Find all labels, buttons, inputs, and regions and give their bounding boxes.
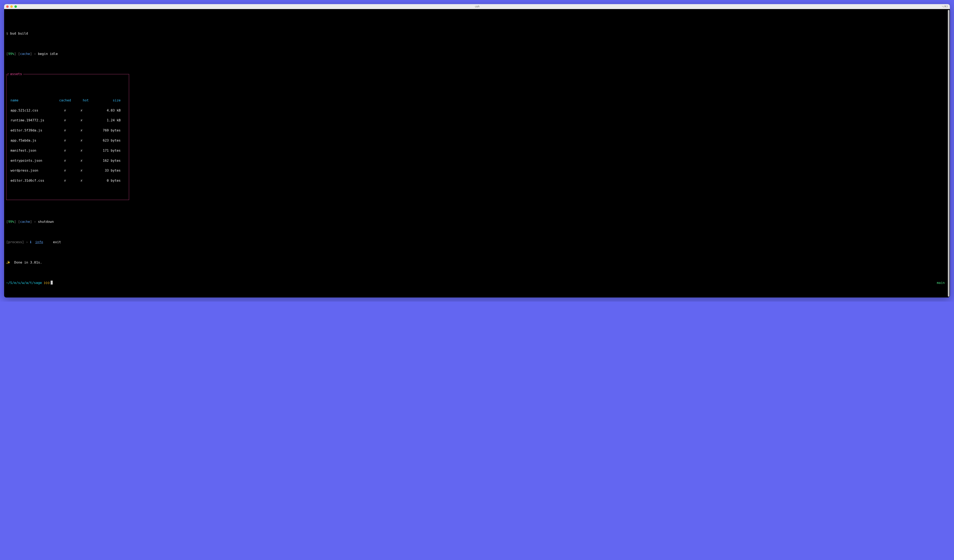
header-size: size xyxy=(89,98,121,103)
window-title: -zsh xyxy=(474,5,480,9)
header-hot: hot xyxy=(74,98,89,103)
cross-icon: ✘ xyxy=(56,118,74,123)
cross-icon: ✘ xyxy=(56,178,74,183)
asset-size: 0 bytes xyxy=(89,178,121,183)
terminal-body[interactable]: $ bud build [99%] [cache] › begin idle ┌… xyxy=(4,9,950,297)
asset-name: editor.31d6cf.css xyxy=(11,178,56,183)
cross-icon: ✘ xyxy=(74,178,89,183)
minimize-button[interactable] xyxy=(10,5,13,8)
status-percent: 99% xyxy=(8,52,14,56)
asset-name: entrypoints.json xyxy=(11,158,56,163)
done-line: ✨ Done in 3.01s. xyxy=(6,260,948,265)
asset-size: 1.24 kB xyxy=(89,118,121,123)
asset-size: 769 bytes xyxy=(89,128,121,133)
prompt-path: ~/S/e/s/w/a/t/sage xyxy=(6,281,42,285)
status-tag: cache xyxy=(20,220,30,224)
asset-name: app.521c12.css xyxy=(11,108,56,113)
status-message: begin idle xyxy=(38,52,58,56)
sparkle-icon: ✨ xyxy=(6,260,10,264)
asset-size: 171 bytes xyxy=(89,148,121,153)
cursor xyxy=(51,281,53,285)
cross-icon: ✘ xyxy=(56,168,74,173)
box-corner-icon: ┌ xyxy=(7,72,9,76)
cross-icon: ✘ xyxy=(56,128,74,133)
asset-size: 33 bytes xyxy=(89,168,121,173)
header-cached: cached xyxy=(56,98,74,103)
maximize-button[interactable] xyxy=(14,5,17,8)
cross-icon: ✘ xyxy=(74,148,89,153)
done-text: Done in 3.01s. xyxy=(14,260,42,264)
info-icon: ℹ xyxy=(30,240,31,244)
cross-icon: ✘ xyxy=(74,168,89,173)
status-message: shutdown xyxy=(38,220,54,224)
header-name: name xyxy=(11,98,56,103)
info-label: info xyxy=(35,240,43,244)
window-shortcut-label: ⌥⌘2 xyxy=(942,5,948,8)
cross-icon: ✘ xyxy=(74,108,89,113)
close-button[interactable] xyxy=(6,5,9,8)
status-tag: cache xyxy=(20,52,30,56)
cross-icon: ✘ xyxy=(56,138,74,143)
asset-name: app.f5abda.js xyxy=(11,138,56,143)
cross-icon: ✘ xyxy=(74,158,89,163)
asset-name: editor.5f39da.js xyxy=(11,128,56,133)
cross-icon: ✘ xyxy=(74,118,89,123)
prompt-chevrons: ❯❯❯ xyxy=(44,281,50,285)
asset-size: 4.03 kB xyxy=(89,108,121,113)
command-line: $ bud build xyxy=(6,31,948,36)
asset-size: 623 bytes xyxy=(89,138,121,143)
traffic-lights xyxy=(6,5,17,8)
prompt-line: ~/S/e/s/w/a/t/sage ❯❯❯ main xyxy=(6,280,948,286)
asset-name: manifest.json xyxy=(11,148,56,153)
status-line-shutdown: [99%] [cache] › shutdown xyxy=(6,219,948,224)
arrow-icon: › xyxy=(26,240,28,244)
arrow-icon: › xyxy=(34,52,36,56)
cross-icon: ✘ xyxy=(56,108,74,113)
arrow-icon: › xyxy=(34,220,36,224)
cross-icon: ✘ xyxy=(56,158,74,163)
status-percent: 99% xyxy=(8,220,14,224)
process-line: [process] › ℹ info exit xyxy=(6,240,948,245)
cross-icon: ✘ xyxy=(56,148,74,153)
asset-name: wordpress.json xyxy=(11,168,56,173)
asset-size: 162 bytes xyxy=(89,158,121,163)
cross-icon: ✘ xyxy=(74,138,89,143)
assets-title: assets xyxy=(9,72,23,77)
asset-name: runtime.194772.js xyxy=(11,118,56,123)
cross-icon: ✘ xyxy=(74,128,89,133)
command-text: bud build xyxy=(10,31,28,36)
terminal-window: -zsh ⌥⌘2 $ bud build [99%] [cache] › beg… xyxy=(4,4,950,297)
assets-box: ┌ assets name cached hot size app.521c12… xyxy=(6,74,129,200)
titlebar: -zsh ⌥⌘2 xyxy=(4,4,950,9)
assets-table: name cached hot size app.521c12.css ✘ ✘ … xyxy=(11,98,125,183)
status-line-begin-idle: [99%] [cache] › begin idle xyxy=(6,51,948,57)
git-branch: main xyxy=(937,280,945,286)
prompt-symbol: $ xyxy=(6,31,8,36)
scrollbar[interactable] xyxy=(948,10,949,297)
exit-label: exit xyxy=(53,240,61,244)
process-tag: process xyxy=(8,240,22,244)
